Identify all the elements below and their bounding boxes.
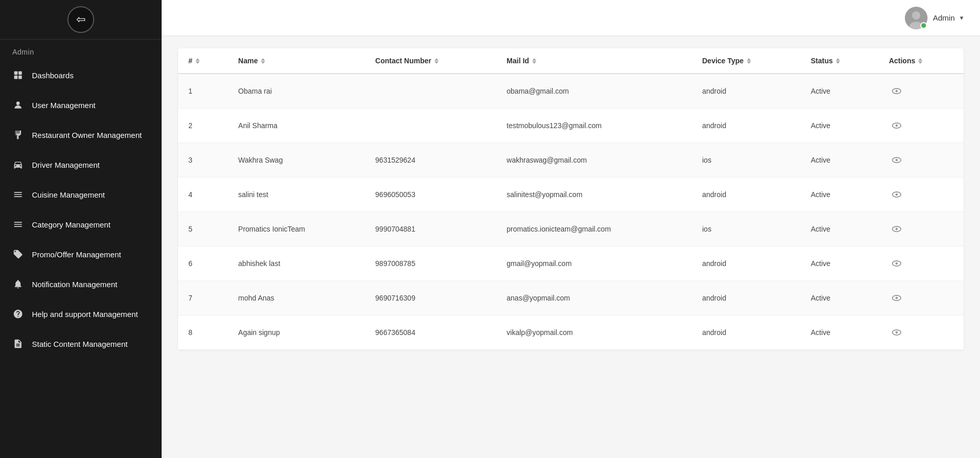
eye-icon	[891, 120, 902, 131]
sidebar-item-label: Notification Management	[32, 280, 117, 289]
cell-name: Obama rai	[228, 74, 365, 109]
admin-name-label: Admin	[933, 13, 955, 22]
cuisine-management-icon	[12, 189, 24, 200]
sidebar-item-restaurant-owner-management[interactable]: Restaurant Owner Management	[0, 120, 162, 150]
cell-name: salini test	[228, 178, 365, 212]
sort-icon-actions	[918, 58, 922, 64]
svg-rect-0	[14, 72, 18, 75]
cell-mail: testmobulous123@gmail.com	[496, 109, 692, 143]
view-button[interactable]	[889, 152, 904, 168]
back-button[interactable]: ⇦	[67, 6, 94, 33]
view-button[interactable]	[889, 256, 904, 271]
view-button[interactable]	[889, 187, 904, 202]
svg-point-19	[896, 262, 898, 265]
th-status[interactable]: Status	[800, 48, 879, 74]
cell-contact	[365, 74, 496, 109]
sort-icon-device	[747, 58, 751, 64]
sidebar-item-label: Help and support Management	[32, 310, 138, 319]
table-head: #NameContact NumberMail IdDevice TypeSta…	[178, 48, 964, 74]
sidebar-item-category-management[interactable]: Category Management	[0, 209, 162, 239]
cell-device: android	[692, 246, 800, 281]
th-label-num: #	[188, 57, 192, 65]
svg-point-4	[16, 101, 20, 105]
th-contact[interactable]: Contact Number	[365, 48, 496, 74]
th-label-name: Name	[238, 57, 258, 65]
th-name[interactable]: Name	[228, 48, 365, 74]
svg-point-23	[896, 331, 898, 334]
sidebar-header: ⇦	[0, 0, 162, 40]
sidebar-item-label: Category Management	[32, 220, 111, 229]
eye-icon	[891, 292, 902, 304]
svg-point-6	[912, 11, 920, 20]
eye-icon	[891, 327, 902, 338]
cell-num: 1	[178, 74, 228, 109]
svg-point-11	[896, 125, 898, 127]
sidebar-item-user-management[interactable]: User Management	[0, 90, 162, 120]
cell-name: Wakhra Swag	[228, 143, 365, 178]
sidebar-item-help-support-management[interactable]: Help and support Management	[0, 299, 162, 329]
dashboards-icon	[12, 69, 24, 81]
sidebar: ⇦ Admin Dashboards User Management Resta…	[0, 0, 162, 458]
th-num[interactable]: #	[178, 48, 228, 74]
view-button[interactable]	[889, 290, 904, 306]
view-button[interactable]	[889, 83, 904, 99]
cell-actions	[879, 315, 964, 350]
svg-point-9	[896, 90, 898, 93]
cell-status: Active	[800, 74, 879, 109]
cell-status: Active	[800, 212, 879, 246]
cell-device: ios	[692, 143, 800, 178]
svg-rect-2	[14, 76, 18, 79]
th-device[interactable]: Device Type	[692, 48, 800, 74]
th-label-actions: Actions	[889, 57, 915, 65]
cell-device: android	[692, 315, 800, 350]
th-mail[interactable]: Mail Id	[496, 48, 692, 74]
cell-contact: 9667365084	[365, 315, 496, 350]
sidebar-item-notification-management[interactable]: Notification Management	[0, 269, 162, 299]
sidebar-item-dashboards[interactable]: Dashboards	[0, 60, 162, 90]
sidebar-item-label: Cuisine Management	[32, 190, 105, 199]
sidebar-nav: Dashboards User Management Restaurant Ow…	[0, 60, 162, 458]
table-row: 3 Wakhra Swag 9631529624 wakhraswag@gmai…	[178, 143, 964, 178]
cell-status: Active	[800, 281, 879, 315]
sidebar-item-label: Dashboards	[32, 71, 74, 80]
cell-mail: vikalp@yopmail.com	[496, 315, 692, 350]
view-button[interactable]	[889, 118, 904, 133]
cell-device: ios	[692, 212, 800, 246]
cell-actions	[879, 143, 964, 178]
cell-mail: obama@gmail.com	[496, 74, 692, 109]
sidebar-item-label: Static Content Management	[32, 340, 128, 348]
eye-icon	[891, 189, 902, 200]
table-row: 7 mohd Anas 9690716309 anas@yopmail.com …	[178, 281, 964, 315]
table-row: 6 abhishek last 9897008785 gmail@yopmail…	[178, 246, 964, 281]
cell-actions	[879, 281, 964, 315]
sidebar-item-label: Restaurant Owner Management	[32, 131, 142, 139]
cell-name: mohd Anas	[228, 281, 365, 315]
eye-icon	[891, 223, 902, 235]
view-button[interactable]	[889, 221, 904, 237]
cell-name: Again signup	[228, 315, 365, 350]
table-header-row: #NameContact NumberMail IdDevice TypeSta…	[178, 48, 964, 74]
notification-management-icon	[12, 278, 24, 290]
sidebar-item-static-content-management[interactable]: Static Content Management	[0, 329, 162, 359]
cell-name: Promatics IonicTeam	[228, 212, 365, 246]
table-row: 2 Anil Sharma testmobulous123@gmail.com …	[178, 109, 964, 143]
cell-actions	[879, 109, 964, 143]
table-row: 1 Obama rai obama@gmail.com android Acti…	[178, 74, 964, 109]
svg-rect-1	[19, 72, 22, 75]
cell-name: abhishek last	[228, 246, 365, 281]
cell-actions	[879, 246, 964, 281]
view-button[interactable]	[889, 325, 904, 340]
cell-status: Active	[800, 143, 879, 178]
cell-name: Anil Sharma	[228, 109, 365, 143]
sidebar-item-driver-management[interactable]: Driver Management	[0, 150, 162, 180]
sort-icon-num	[196, 58, 200, 64]
sort-icon-name	[261, 58, 265, 64]
restaurant-owner-management-icon	[12, 129, 24, 140]
cell-num: 6	[178, 246, 228, 281]
admin-profile[interactable]: Admin ▾	[905, 7, 964, 29]
category-management-icon	[12, 219, 24, 230]
cell-mail: gmail@yopmail.com	[496, 246, 692, 281]
sidebar-item-promo-offer-management[interactable]: Promo/Offer Management	[0, 239, 162, 269]
th-actions[interactable]: Actions	[879, 48, 964, 74]
sidebar-item-cuisine-management[interactable]: Cuisine Management	[0, 180, 162, 209]
